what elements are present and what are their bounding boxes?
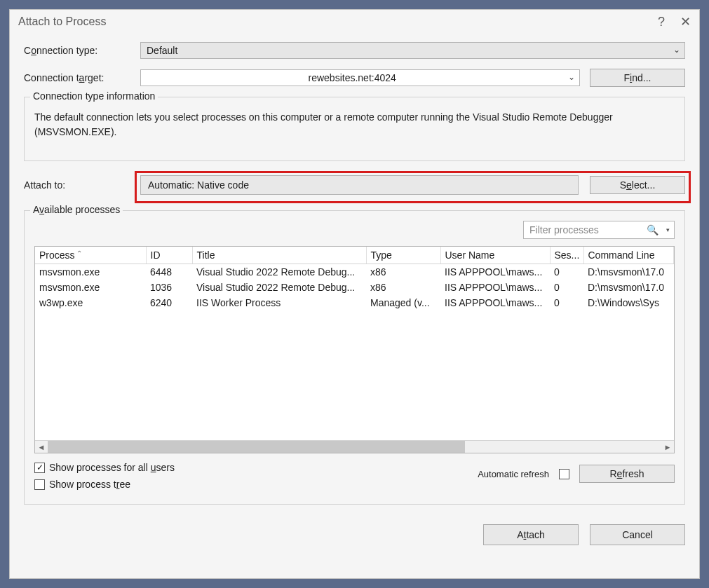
cell-id: 1036	[146, 280, 192, 295]
col-process[interactable]: Process	[35, 247, 146, 264]
scroll-right-icon[interactable]: ►	[661, 443, 674, 451]
search-icon: 🔍	[647, 224, 659, 235]
show-process-tree-checkbox[interactable]	[34, 479, 45, 490]
cell-cmd: D:\msvsmon\17.0	[583, 280, 674, 295]
col-cmd[interactable]: Command Line	[583, 247, 674, 264]
automatic-refresh-checkbox[interactable]	[559, 469, 569, 479]
cell-cmd: D:\Windows\Sys	[583, 295, 674, 310]
show-all-users-label: Show processes for all users	[49, 462, 175, 473]
cell-cmd: D:\msvsmon\17.0	[583, 264, 674, 280]
filter-processes-input[interactable]: Filter processes 🔍 ▾	[523, 221, 675, 239]
cell-ses: 0	[550, 295, 583, 310]
connection-type-dropdown[interactable]: Default ⌄	[140, 42, 685, 59]
cell-title: IIS Worker Process	[192, 295, 366, 310]
select-button[interactable]: Select...	[590, 176, 685, 194]
show-process-tree-label: Show process tree	[49, 479, 130, 490]
cell-user: IIS APPPOOL\maws...	[440, 280, 550, 295]
horizontal-scrollbar[interactable]: ◄ ►	[35, 440, 674, 453]
connection-target-value: rewebsites.net:4024	[309, 72, 396, 83]
connection-target-input[interactable]: rewebsites.net:4024 ⌄	[140, 69, 580, 86]
window-title: Attach to Process	[18, 15, 106, 28]
cell-process: msvsmon.exe	[35, 280, 146, 295]
col-id[interactable]: ID	[146, 247, 192, 264]
cell-title: Visual Studio 2022 Remote Debug...	[192, 264, 366, 280]
close-icon[interactable]: ✕	[680, 15, 691, 28]
col-session[interactable]: Ses...	[550, 247, 583, 264]
cell-title: Visual Studio 2022 Remote Debug...	[192, 280, 366, 295]
connection-target-label: Connection target:	[24, 72, 140, 83]
cell-id: 6448	[146, 264, 192, 280]
col-user[interactable]: User Name	[440, 247, 550, 264]
cell-ses: 0	[550, 280, 583, 295]
cancel-button[interactable]: Cancel	[590, 524, 685, 545]
connection-info-text: The default connection lets you select p…	[34, 110, 675, 139]
table-row[interactable]: msvsmon.exe1036Visual Studio 2022 Remote…	[35, 280, 674, 295]
find-button[interactable]: Find...	[590, 69, 685, 87]
table-row[interactable]: w3wp.exe6240IIS Worker ProcessManaged (v…	[35, 295, 674, 310]
chevron-down-icon[interactable]: ⌄	[568, 72, 575, 82]
col-type[interactable]: Type	[366, 247, 440, 264]
available-processes-legend: Available processes	[30, 204, 123, 215]
table-row[interactable]: msvsmon.exe6448Visual Studio 2022 Remote…	[35, 264, 674, 280]
cell-type: x86	[366, 280, 440, 295]
attach-to-value: Automatic: Native code	[140, 175, 579, 195]
available-processes-group: Available processes Filter processes 🔍 ▾	[24, 210, 685, 505]
col-title[interactable]: Title	[192, 247, 366, 264]
help-icon[interactable]: ?	[658, 15, 665, 28]
cell-type: x86	[366, 264, 440, 280]
automatic-refresh-label: Automatic refresh	[478, 469, 549, 479]
scroll-left-icon[interactable]: ◄	[35, 443, 48, 451]
show-all-users-checkbox[interactable]: ✓	[34, 463, 45, 473]
cell-id: 6240	[146, 295, 192, 310]
attach-button[interactable]: Attach	[483, 524, 579, 545]
connection-type-value: Default	[147, 45, 177, 56]
connection-type-label: Connection type:	[24, 45, 140, 56]
cell-ses: 0	[550, 264, 583, 280]
cell-process: w3wp.exe	[35, 295, 146, 310]
attach-to-process-dialog: Attach to Process ? ✕ Connection type: D…	[9, 9, 700, 579]
refresh-button[interactable]: Refresh	[579, 465, 675, 483]
cell-type: Managed (v...	[366, 295, 440, 310]
titlebar: Attach to Process ? ✕	[10, 10, 699, 32]
processes-table[interactable]: Process ID Title Type User Name Ses... C…	[34, 246, 675, 453]
chevron-down-icon[interactable]: ▾	[666, 226, 670, 233]
filter-placeholder: Filter processes	[529, 224, 599, 235]
connection-info-legend: Connection type information	[30, 90, 158, 102]
cell-user: IIS APPPOOL\maws...	[440, 264, 550, 280]
chevron-down-icon: ⌄	[673, 45, 680, 55]
cell-user: IIS APPPOOL\maws...	[440, 295, 550, 310]
attach-to-label: Attach to:	[24, 179, 140, 191]
cell-process: msvsmon.exe	[35, 264, 146, 280]
scroll-thumb[interactable]	[48, 441, 465, 453]
connection-info-group: Connection type information The default …	[24, 97, 685, 161]
